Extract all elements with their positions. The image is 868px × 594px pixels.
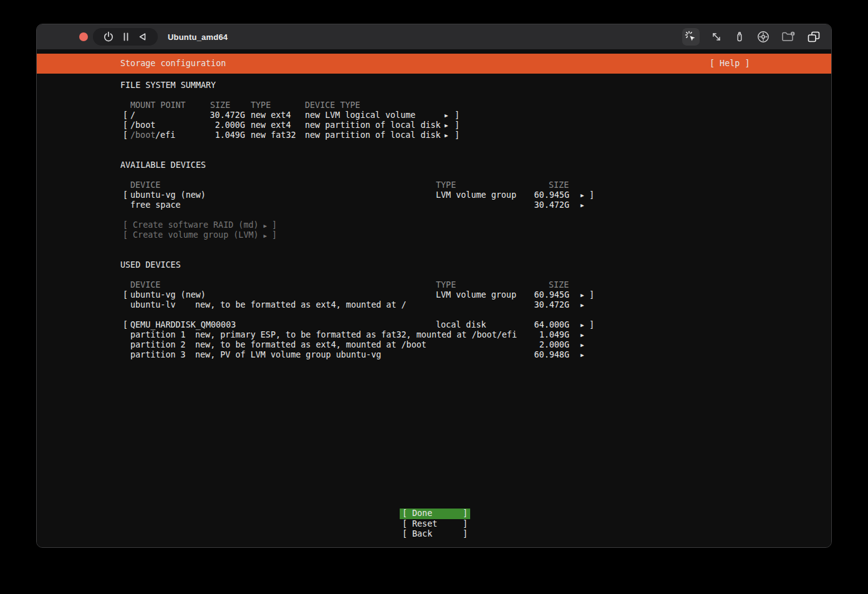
- vm-window: Ubuntu_amd64: [36, 24, 832, 548]
- bracket-right: ]: [589, 290, 594, 300]
- expand-arrow-icon: ▶: [581, 350, 584, 360]
- done-button[interactable]: [ Done ]: [400, 509, 470, 519]
- size-value: 2.000G: [190, 120, 245, 130]
- bracket-right: ]: [272, 230, 277, 240]
- fs-type: new ext4: [251, 120, 291, 130]
- partition-description: new, to be formatted as ext4, mounted at…: [195, 340, 427, 350]
- close-button[interactable]: [79, 32, 88, 41]
- bracket-left: [: [402, 519, 407, 529]
- size-value: 1.049G: [508, 330, 569, 340]
- used-col-device: DEVICE: [130, 280, 160, 290]
- expand-arrow-icon: ▶: [445, 110, 448, 120]
- expand-arrow-icon: ▶: [264, 231, 267, 241]
- partition-name: partition 2: [130, 340, 186, 350]
- power-button[interactable]: [102, 31, 115, 43]
- desktop-background: Ubuntu_amd64: [0, 0, 868, 594]
- bracket-right: ]: [455, 120, 460, 130]
- pause-button[interactable]: [120, 31, 132, 42]
- expand-arrow-icon: ▶: [264, 221, 267, 231]
- toolbar-right: [682, 24, 821, 49]
- bracket-left: [: [402, 509, 407, 519]
- power-icon: [102, 31, 115, 43]
- bracket-right: ]: [463, 519, 468, 529]
- partition-description: new, PV of LVM volume group ubuntu-vg: [195, 350, 381, 360]
- fss-section-title: FILE SYSTEM SUMMARY: [120, 80, 216, 90]
- expand-arrow-icon: ▶: [445, 130, 448, 140]
- device-type: LVM volume group: [436, 190, 516, 200]
- volume-description: new, to be formatted as ext4, mounted at…: [195, 300, 407, 310]
- used-section-title: USED DEVICES: [120, 260, 181, 270]
- size-value: 60.945G: [508, 290, 569, 300]
- bracket-right: ]: [455, 130, 460, 140]
- expand-arrow-icon: ▶: [581, 330, 584, 340]
- back-button-label: Back: [412, 529, 432, 539]
- device-type: new LVM logical volume: [305, 110, 415, 120]
- device-type: new partition of local disk: [305, 130, 441, 140]
- size-value: 30.472G: [508, 200, 569, 210]
- avail-col-type: TYPE: [436, 180, 456, 190]
- bracket-right: ]: [463, 529, 468, 539]
- bracket-left: [: [123, 290, 128, 300]
- mount-point: /: [130, 110, 135, 120]
- create-vg-action[interactable]: [ Create volume group (LVM) ▶ ]: [123, 230, 277, 241]
- bracket-right: ]: [272, 220, 277, 230]
- bracket-left: [: [123, 320, 128, 330]
- fss-col-size: SIZE: [210, 100, 230, 110]
- resize-button[interactable]: [710, 30, 723, 44]
- window-switcher-button[interactable]: [806, 30, 821, 44]
- action-label: Create software RAID (md): [133, 220, 259, 230]
- expand-arrow-icon: ▶: [581, 340, 584, 350]
- reset-button-label: Reset: [412, 519, 437, 529]
- device-type: new partition of local disk: [305, 120, 441, 130]
- usb-device-icon: [733, 31, 746, 43]
- fss-col-type: TYPE: [251, 100, 271, 110]
- folder-badge-icon: [781, 30, 796, 44]
- bracket-right: ]: [455, 110, 460, 120]
- back-button[interactable]: [ Back ]: [400, 529, 470, 540]
- expand-arrow-icon: ▶: [445, 120, 448, 130]
- fs-type: new fat32: [251, 130, 296, 140]
- titlebar[interactable]: Ubuntu_amd64: [37, 24, 831, 49]
- bracket-right: ]: [589, 190, 594, 200]
- device-type: local disk: [436, 320, 486, 330]
- fss-col-device-type: DEVICE TYPE: [305, 100, 360, 110]
- expand-arrow-icon: ▶: [581, 190, 584, 200]
- vm-control-pill: [93, 28, 158, 46]
- mount-point: /boot: [130, 120, 155, 130]
- capture-cursor-button[interactable]: [682, 28, 700, 46]
- disc-button[interactable]: [756, 29, 771, 44]
- size-value: 60.948G: [508, 350, 569, 360]
- partition-description: new, primary ESP, to be formatted as fat…: [195, 330, 517, 340]
- reset-button[interactable]: [ Reset ]: [400, 519, 470, 530]
- size-value: 2.000G: [508, 340, 569, 350]
- used-col-type: TYPE: [436, 280, 456, 290]
- expand-arrow-icon: ▶: [581, 300, 584, 310]
- help-button[interactable]: [ Help ]: [710, 59, 750, 69]
- used-col-size: SIZE: [549, 280, 569, 290]
- shared-folder-button[interactable]: [781, 30, 796, 44]
- usb-button[interactable]: [733, 31, 746, 43]
- create-raid-action[interactable]: [ Create software RAID (md) ▶ ]: [123, 220, 277, 231]
- size-value: 64.000G: [508, 320, 569, 330]
- mount-point-prefix: /boot: [130, 130, 155, 140]
- partition-name: partition 3: [130, 350, 186, 360]
- bracket-left: [: [123, 230, 128, 240]
- expand-arrow-icon: ▶: [581, 200, 584, 210]
- terminal-screen: Storage configuration [ Help ] FILE SYST…: [37, 49, 831, 547]
- cursor-capture-icon: [684, 30, 698, 44]
- restart-button[interactable]: [137, 31, 148, 42]
- device-name: free space: [130, 200, 181, 210]
- fss-col-mount-point: MOUNT POINT: [130, 100, 186, 110]
- size-value: 30.472G: [190, 110, 245, 120]
- overlapping-windows-icon: [806, 30, 821, 44]
- device-name: ubuntu-vg (new): [130, 290, 206, 300]
- resize-diagonal-icon: [710, 30, 723, 44]
- installer-header: Storage configuration [ Help ]: [37, 54, 831, 74]
- bracket-left: [: [402, 529, 407, 539]
- expand-arrow-icon: ▶: [581, 290, 584, 300]
- volume-name: ubuntu-lv: [130, 300, 176, 310]
- optical-disc-icon: [756, 29, 771, 44]
- done-button-label: Done: [412, 509, 432, 519]
- bracket-left: [: [123, 130, 128, 140]
- partition-name: partition 1: [130, 330, 186, 340]
